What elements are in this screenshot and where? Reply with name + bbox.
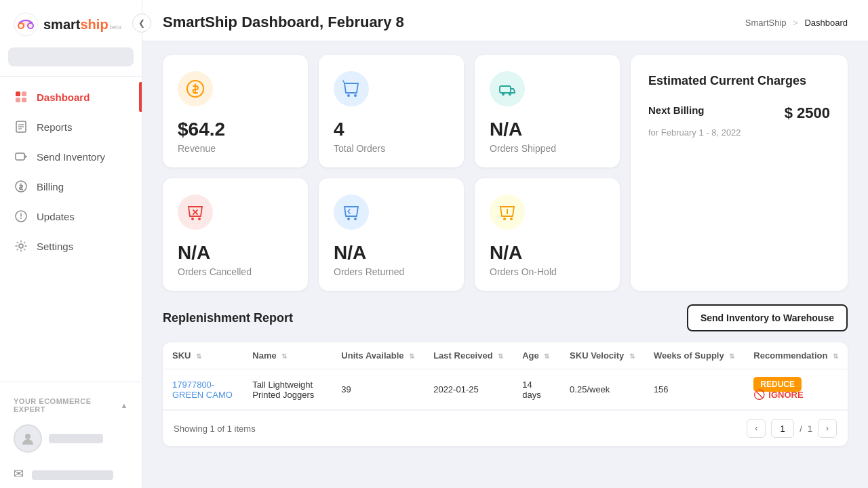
expert-avatar [14, 424, 42, 453]
prev-page-button[interactable]: ‹ [747, 419, 766, 438]
replenishment-section: Replenishment Report Send Inventory to W… [142, 304, 868, 460]
cell-weeks-of-supply: 156 [644, 369, 744, 410]
charges-period: for February 1 - 8, 2022 [648, 127, 830, 138]
sidebar-item-label: Reports [37, 121, 73, 133]
sidebar-item-updates[interactable]: Updates [0, 201, 142, 231]
sidebar-collapse-button[interactable]: ❮ [132, 14, 151, 33]
mail-area: ✉ [0, 460, 142, 488]
cell-units-available: 39 [332, 369, 424, 410]
svg-rect-6 [16, 92, 20, 96]
revenue-icon [178, 71, 213, 106]
cell-last-received: 2022-01-25 [424, 369, 513, 410]
total-orders-value: 4 [334, 119, 449, 140]
revenue-label: Revenue [178, 143, 293, 154]
sidebar-item-billing[interactable]: Billing [0, 171, 142, 201]
page-header: SmartShip Dashboard, February 8 SmartShi… [142, 0, 868, 41]
send-inventory-icon [14, 150, 28, 163]
next-page-button[interactable]: › [818, 419, 837, 438]
expert-area [0, 418, 142, 460]
svg-rect-8 [16, 98, 20, 102]
svg-point-27 [191, 218, 194, 220]
charges-card: Estimated Current Charges Next Billing $… [631, 55, 848, 291]
sidebar-item-label: Updates [37, 211, 75, 222]
svg-point-33 [503, 218, 506, 220]
cell-recommendation: REDUCE 🚫 IGNORE [744, 369, 848, 410]
col-last-received[interactable]: Last Received ⇅ [424, 342, 513, 369]
breadcrumb-parent: SmartShip [745, 18, 787, 28]
breadcrumb: SmartShip > Dashboard [745, 18, 848, 28]
replenishment-table-wrapper: SKU ⇅ Name ⇅ Units Available ⇅ Last Rece… [163, 342, 848, 446]
dashboard-icon [14, 90, 28, 104]
pagination-info: Showing 1 of 1 items [174, 424, 256, 434]
orders-on-hold-label: Orders On-Hold [490, 266, 605, 277]
orders-returned-card: N/A Orders Returned [319, 178, 464, 291]
col-recommendation[interactable]: Recommendation ⇅ [744, 342, 848, 369]
orders-on-hold-value: N/A [490, 242, 605, 264]
orders-cancelled-card: N/A Orders Cancelled [163, 178, 308, 291]
page-controls: ‹ / 1 › [747, 419, 837, 438]
billing-icon [14, 180, 28, 193]
smartship-logo-icon [14, 12, 38, 37]
sidebar-item-dashboard[interactable]: Dashboard [0, 82, 142, 112]
col-units-available[interactable]: Units Available ⇅ [332, 342, 424, 369]
orders-on-hold-card: N/A Orders On-Hold [475, 178, 620, 291]
logo-text: smartshipbeta [43, 17, 121, 33]
replenishment-title: Replenishment Report [163, 311, 293, 325]
col-sku[interactable]: SKU ⇅ [163, 342, 243, 369]
sidebar-item-label: Dashboard [37, 92, 90, 103]
col-name[interactable]: Name ⇅ [243, 342, 332, 369]
cell-age: 14 days [513, 369, 560, 410]
page-separator: / [800, 424, 802, 434]
orders-shipped-label: Orders Shipped [490, 143, 605, 154]
svg-point-18 [20, 218, 22, 219]
ignore-icon: 🚫 [753, 389, 765, 400]
orders-cancelled-icon [178, 195, 213, 230]
chevron-up-icon: ▲ [121, 401, 128, 409]
replenishment-table: SKU ⇅ Name ⇅ Units Available ⇅ Last Rece… [163, 342, 848, 410]
page-title: SmartShip Dashboard, February 8 [163, 14, 404, 31]
sidebar-item-settings[interactable]: Settings [0, 231, 142, 261]
page-number-input[interactable] [771, 419, 794, 438]
orders-returned-label: Orders Returned [334, 266, 449, 277]
revenue-value: $64.2 [178, 119, 293, 140]
next-billing-label: Next Billing [648, 104, 705, 116]
col-weeks-of-supply[interactable]: Weeks of Supply ⇅ [644, 342, 744, 369]
stats-section: $64.2 Revenue 4 Total Orders [142, 41, 868, 304]
orders-cancelled-label: Orders Cancelled [178, 266, 293, 277]
main-content: SmartShip Dashboard, February 8 SmartShi… [142, 0, 868, 488]
sku-link[interactable]: 17977800-GREEN CAMO [172, 380, 233, 400]
svg-point-26 [509, 93, 511, 96]
orders-returned-value: N/A [334, 242, 449, 264]
expert-section-label: YOUR ECOMMERCE EXPERT ▲ [0, 388, 142, 418]
table-row: 17977800-GREEN CAMO Tall Lightweight Pri… [163, 369, 848, 410]
replenishment-header: Replenishment Report Send Inventory to W… [163, 304, 848, 331]
cards-grid: $64.2 Revenue 4 Total Orders [163, 55, 848, 291]
orders-shipped-value: N/A [490, 119, 605, 140]
breadcrumb-current: Dashboard [804, 18, 848, 28]
svg-point-31 [347, 218, 350, 220]
cell-name: Tall Lightweight Printed Joggers [243, 369, 332, 410]
main-nav: Dashboard Reports Send Inventory [0, 82, 142, 261]
svg-rect-9 [22, 98, 26, 102]
send-inventory-to-warehouse-button[interactable]: Send Inventory to Warehouse [687, 304, 848, 331]
sidebar-item-send-inventory[interactable]: Send Inventory [0, 142, 142, 171]
charges-billing-row: Next Billing $ 2500 [648, 104, 830, 122]
svg-point-32 [354, 218, 357, 220]
cell-sku-velocity: 0.25/week [560, 369, 644, 410]
sidebar-item-label: Send Inventory [37, 151, 105, 163]
total-orders-card: 4 Total Orders [319, 55, 464, 167]
col-age[interactable]: Age ⇅ [513, 342, 560, 369]
orders-shipped-icon [490, 71, 525, 106]
sidebar-item-reports[interactable]: Reports [0, 112, 142, 142]
orders-cancelled-value: N/A [178, 242, 293, 264]
charges-title: Estimated Current Charges [648, 74, 830, 88]
user-avatar-bar [8, 47, 134, 66]
expert-name [49, 434, 103, 443]
col-sku-velocity[interactable]: SKU Velocity ⇅ [560, 342, 644, 369]
orders-returned-icon [334, 195, 369, 230]
svg-point-25 [502, 93, 505, 96]
breadcrumb-separator: > [793, 18, 798, 28]
sidebar: smartshipbeta Dashboard [0, 0, 142, 488]
revenue-card: $64.2 Revenue [163, 55, 308, 167]
charges-amount: $ 2500 [785, 104, 830, 122]
